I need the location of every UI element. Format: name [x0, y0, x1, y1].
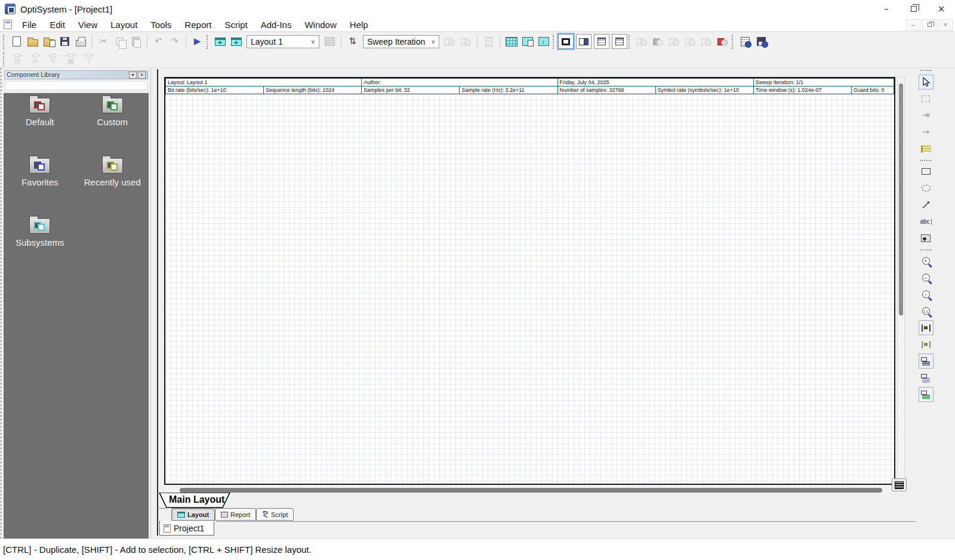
- component-label-button[interactable]: ≡: [26, 51, 44, 67]
- arrow-tool-button[interactable]: →: [919, 125, 934, 140]
- paste-button[interactable]: [128, 33, 144, 49]
- new-project-button[interactable]: [8, 33, 24, 49]
- layout-properties-button[interactable]: [519, 33, 535, 49]
- menu-tools[interactable]: Tools: [144, 18, 178, 32]
- view-layout-only-button[interactable]: [558, 34, 574, 49]
- line-tool-button[interactable]: [919, 197, 934, 212]
- fit-horizontal-button[interactable]: [919, 320, 934, 335]
- component-grid-button[interactable]: ▦: [62, 51, 80, 67]
- path-tool-button[interactable]: [919, 141, 934, 156]
- panel-close-button[interactable]: ×: [138, 72, 146, 79]
- tab-layout[interactable]: Layout: [171, 508, 215, 521]
- image-tool-button[interactable]: [919, 231, 934, 246]
- library-folder-favorites[interactable]: Favorites: [7, 156, 73, 216]
- component-report-button[interactable]: [737, 33, 753, 49]
- align-components-button[interactable]: [919, 354, 934, 369]
- vertical-scrollbar-thumb[interactable]: [899, 83, 903, 315]
- view-split-button[interactable]: [576, 34, 592, 49]
- horizontal-scrollbar[interactable]: [164, 487, 891, 494]
- previous-iteration-button[interactable]: [442, 33, 458, 49]
- main-layout-tab[interactable]: Main Layout: [158, 493, 231, 508]
- tab-project1[interactable]: Project1: [159, 521, 214, 536]
- menu-edit[interactable]: Edit: [43, 18, 72, 32]
- sweep-mode-button[interactable]: ⇅: [344, 33, 361, 49]
- component-help-button[interactable]: ?: [80, 51, 98, 67]
- menu-layout[interactable]: Layout: [104, 18, 144, 32]
- component-properties-button[interactable]: ▤: [8, 51, 26, 67]
- layout-overview-button[interactable]: [892, 478, 907, 491]
- connect-tool-button[interactable]: ⇥: [919, 108, 934, 123]
- fit-vertical-button[interactable]: [919, 337, 934, 352]
- component-library-header[interactable]: Component Library ▾ ×: [4, 70, 148, 79]
- view-report-alt-button[interactable]: [612, 34, 627, 49]
- window-close-button[interactable]: ×: [928, 0, 955, 18]
- duplicate-layout-button[interactable]: [228, 33, 244, 49]
- menu-help[interactable]: Help: [343, 18, 375, 32]
- window-minimize-button[interactable]: –: [873, 0, 900, 18]
- page-setup-button[interactable]: [503, 33, 519, 49]
- window-restore-button[interactable]: [900, 0, 928, 18]
- marquee-select-tool-button[interactable]: [919, 91, 934, 106]
- ellipse-tool-button[interactable]: [919, 181, 934, 196]
- import-project-button[interactable]: [41, 33, 57, 49]
- mdi-restore-button[interactable]: [922, 19, 936, 30]
- menu-view[interactable]: View: [72, 18, 104, 32]
- sweep-iteration-select[interactable]: Sweep Iteration ∨: [363, 35, 439, 48]
- layout-select[interactable]: Layout 1 ∨: [247, 35, 319, 48]
- find-component-button[interactable]: [698, 33, 714, 49]
- menu-file[interactable]: File: [16, 18, 43, 32]
- open-component-button[interactable]: [682, 33, 698, 49]
- menu-script[interactable]: Script: [218, 18, 254, 32]
- mdi-close-button[interactable]: ×: [938, 19, 953, 30]
- save-component-button[interactable]: [666, 33, 682, 49]
- save-project-button[interactable]: [57, 33, 73, 49]
- toolbar-grip[interactable]: [553, 35, 556, 49]
- menu-addins[interactable]: Add-Ins: [254, 18, 298, 32]
- horizontal-scrollbar-thumb[interactable]: [180, 488, 882, 493]
- space-components-button[interactable]: [919, 387, 934, 402]
- save-all-button[interactable]: [753, 33, 769, 49]
- new-layout-button[interactable]: [212, 33, 228, 49]
- toolbar-grip[interactable]: [629, 35, 631, 49]
- library-folder-recently-used[interactable]: Recently used: [79, 156, 145, 216]
- library-folder-default[interactable]: Default: [7, 95, 73, 156]
- delete-layout-button[interactable]: [322, 33, 338, 49]
- rectangle-tool-button[interactable]: [919, 164, 934, 179]
- zoom-out-button[interactable]: −: [919, 270, 934, 285]
- component-rotate-button[interactable]: ↻: [44, 51, 62, 67]
- vertical-scrollbar[interactable]: [897, 77, 905, 485]
- redo-button[interactable]: ↷: [167, 33, 183, 49]
- palette-grip[interactable]: [920, 70, 932, 72]
- flag-component-button[interactable]: [714, 33, 731, 49]
- next-iteration-button[interactable]: [458, 33, 474, 49]
- panel-collapse-button[interactable]: ▾: [129, 72, 137, 79]
- undo-button[interactable]: ↶: [150, 33, 167, 49]
- select-tool-button[interactable]: [919, 75, 934, 89]
- library-folder-subsystems[interactable]: Subsystems: [7, 216, 73, 276]
- zoom-actual-size-button[interactable]: 1:1: [919, 304, 934, 318]
- zoom-in-button[interactable]: +: [919, 253, 934, 268]
- open-project-button[interactable]: [24, 33, 41, 49]
- cut-button[interactable]: ✂: [96, 33, 112, 49]
- toolbar-grip[interactable]: [3, 35, 6, 49]
- calculate-play-button[interactable]: ▶: [189, 33, 205, 49]
- layout-options-button[interactable]: [535, 33, 552, 49]
- toolbar-grip[interactable]: [207, 35, 210, 49]
- print-button[interactable]: [73, 33, 89, 49]
- tab-report[interactable]: Report: [215, 508, 256, 521]
- text-tool-button[interactable]: abc: [919, 214, 934, 229]
- menu-report[interactable]: Report: [178, 18, 218, 32]
- insert-component-button[interactable]: [650, 33, 666, 49]
- library-folder-custom[interactable]: Custom: [79, 95, 145, 156]
- toolbar-grip[interactable]: [3, 52, 6, 66]
- zoom-page-button[interactable]: ▫: [919, 287, 934, 302]
- toolbar-grip[interactable]: [732, 35, 735, 49]
- iteration-table-button[interactable]: [480, 33, 497, 49]
- tab-script[interactable]: Script: [256, 508, 294, 521]
- copy-button[interactable]: [112, 33, 128, 49]
- mdi-minimize-button[interactable]: –: [906, 19, 920, 30]
- view-report-button[interactable]: [594, 34, 609, 49]
- distribute-components-button[interactable]: [919, 370, 934, 385]
- add-component-button[interactable]: [634, 33, 650, 49]
- menu-window[interactable]: Window: [298, 18, 343, 32]
